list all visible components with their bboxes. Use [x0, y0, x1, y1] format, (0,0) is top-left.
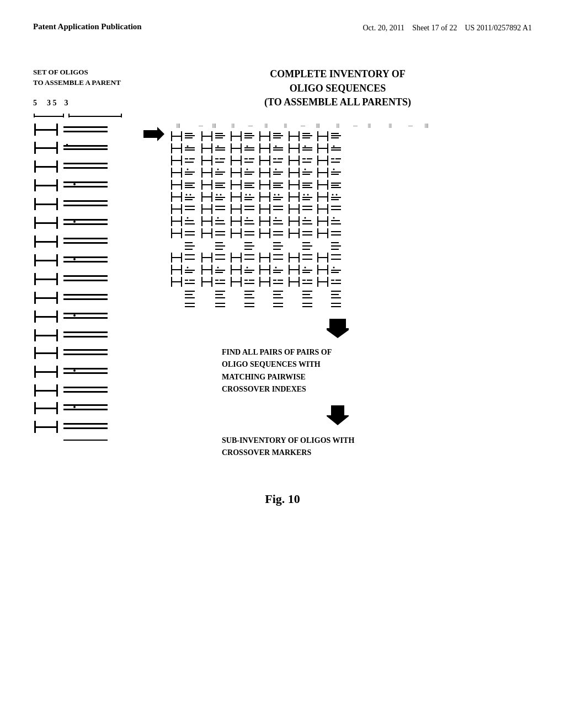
svg-rect-179: [302, 147, 312, 148]
svg-rect-24: [56, 179, 58, 191]
svg-rect-486: [185, 272, 193, 273]
svg-rect-446: [302, 245, 312, 247]
svg-rect-579: [302, 303, 312, 304]
svg-rect-222: [331, 162, 340, 163]
svg-rect-389: [273, 220, 282, 221]
svg-rect-182: [317, 148, 327, 149]
svg-point-496: [247, 266, 248, 268]
svg-rect-344: [211, 204, 212, 214]
svg-point-36: [73, 221, 76, 223]
content-area: SET OF OLIGOS TO ASSEMBLE A PARENT 5 3 5…: [33, 67, 532, 506]
svg-rect-227: [185, 172, 195, 173]
svg-rect-441: [244, 249, 252, 250]
svg-rect-245: [273, 172, 283, 173]
svg-rect-460: [215, 259, 225, 260]
svg-rect-21: [63, 167, 108, 169]
svg-rect-534: [244, 283, 254, 284]
svg-rect-83: [34, 390, 56, 392]
svg-rect-509: [302, 270, 312, 271]
svg-rect-473: [299, 253, 300, 263]
svg-rect-12: [34, 147, 56, 149]
svg-point-327: [307, 194, 309, 195]
svg-point-490: [217, 266, 219, 268]
arrow-right-container: [143, 126, 166, 142]
svg-rect-301: [185, 199, 193, 200]
svg-rect-355: [273, 206, 283, 207]
svg-rect-475: [302, 259, 312, 260]
svg-rect-578: [273, 306, 283, 307]
svg-rect-439: [244, 242, 252, 243]
svg-point-334: [336, 194, 338, 195]
svg-rect-260: [171, 184, 181, 185]
svg-rect-300: [185, 197, 195, 198]
svg-rect-443: [273, 245, 283, 247]
svg-rect-188: [171, 160, 181, 161]
svg-rect-530: [231, 281, 241, 282]
svg-rect-34: [34, 222, 56, 224]
svg-rect-189: [181, 156, 182, 165]
svg-rect-31: [63, 200, 108, 202]
svg-rect-7: [34, 129, 56, 131]
svg-rect-27: [63, 186, 108, 188]
svg-rect-281: [273, 185, 281, 186]
svg-rect-43: [63, 242, 108, 244]
svg-point-313: [249, 194, 251, 195]
svg-rect-280: [273, 183, 283, 184]
svg-rect-51: [34, 279, 56, 280]
svg-rect-348: [231, 208, 241, 210]
svg-rect-539: [278, 280, 283, 281]
svg-rect-170: [259, 148, 269, 149]
svg-rect-152: [171, 148, 181, 149]
svg-rect-329: [302, 199, 310, 200]
svg-rect-228: [185, 174, 193, 175]
svg-rect-70: [63, 336, 108, 338]
svg-rect-463: [241, 253, 242, 263]
svg-rect-420: [269, 228, 270, 238]
svg-rect-390: [273, 223, 283, 224]
svg-rect-45: [34, 260, 56, 261]
svg-rect-425: [299, 228, 300, 238]
svg-text:|||: |||: [284, 123, 287, 128]
svg-rect-467: [259, 257, 269, 258]
svg-rect-410: [211, 228, 212, 238]
svg-rect-62: [56, 311, 58, 323]
svg-rect-137: [273, 135, 283, 136]
svg-point-370: [187, 217, 189, 218]
svg-rect-538: [273, 280, 276, 281]
svg-rect-465: [244, 259, 254, 260]
svg-rect-448: [331, 242, 339, 243]
svg-rect-117: [181, 131, 182, 141]
svg-rect-74: [34, 352, 56, 354]
svg-rect-180: [302, 149, 312, 151]
svg-rect-506: [289, 269, 299, 270]
svg-rect-414: [231, 233, 241, 234]
svg-rect-548: [317, 281, 327, 282]
svg-rect-338: [171, 208, 181, 210]
svg-rect-399: [327, 216, 328, 226]
svg-rect-550: [331, 280, 334, 281]
svg-rect-291: [327, 180, 328, 190]
svg-rect-255: [327, 168, 328, 178]
svg-rect-416: [244, 231, 254, 232]
svg-rect-371: [185, 220, 194, 221]
svg-rect-164: [231, 148, 241, 149]
svg-rect-273: [241, 180, 242, 190]
svg-rect-440: [244, 245, 254, 247]
svg-rect-537: [269, 277, 270, 287]
svg-rect-58: [34, 297, 56, 299]
svg-rect-561: [244, 297, 254, 298]
svg-rect-494: [231, 269, 241, 270]
svg-rect-214: [302, 158, 306, 159]
svg-rect-491: [215, 270, 225, 271]
svg-rect-354: [269, 204, 270, 214]
svg-rect-521: [189, 280, 195, 281]
svg-point-47: [73, 258, 76, 260]
svg-text:—: —: [353, 123, 358, 128]
svg-rect-153: [181, 143, 182, 153]
svg-rect-436: [215, 242, 223, 243]
svg-rect-23: [34, 185, 56, 186]
svg-rect-116: [171, 136, 181, 137]
svg-rect-536: [259, 281, 269, 282]
svg-rect-90: [34, 408, 56, 409]
svg-rect-149: [331, 135, 341, 136]
